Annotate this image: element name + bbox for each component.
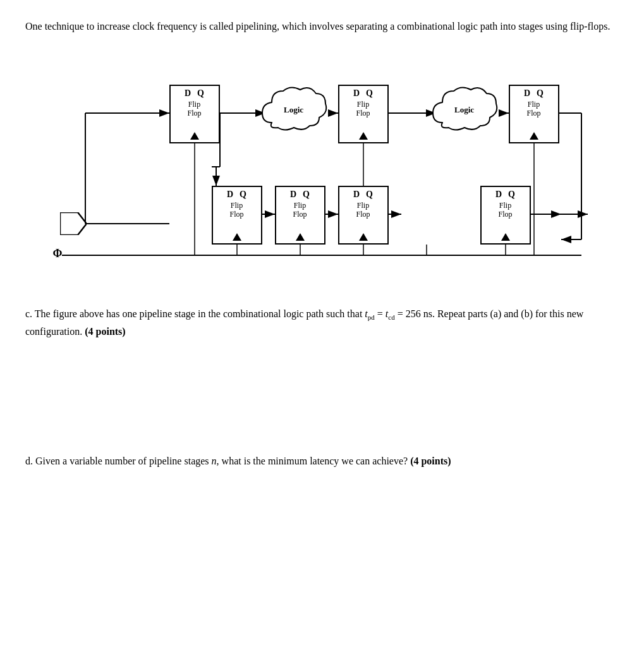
ff-dq-label: DQ (185, 88, 204, 99)
question-c-block: c. The figure above has one pipeline sta… (25, 306, 619, 339)
logic-label-2: Logic (454, 105, 474, 115)
ff-text: FlipFlop (526, 100, 540, 118)
ff-dq-label: DQ (495, 190, 515, 200)
circuit-diagram: Φ DQ FlipFlop Logic DQ FlipFlop Logic DQ… (51, 53, 594, 287)
logic-cloud-2: Logic (430, 85, 499, 135)
ff-dq-label: DQ (227, 190, 246, 200)
question-c-body: The figure above has one pipeline stage … (25, 308, 583, 337)
question-d-label: d. (25, 456, 33, 466)
ff-text: FlipFlop (229, 201, 243, 219)
logic-label-1: Logic (284, 105, 303, 115)
ff-text: FlipFlop (187, 100, 201, 118)
ff-dq-label: DQ (524, 88, 544, 99)
ff-text: FlipFlop (498, 201, 512, 219)
ff-dq-label: DQ (353, 190, 373, 200)
clock-input-triangle (296, 233, 305, 241)
ff-text: FlipFlop (356, 100, 370, 118)
question-c-text: c. The figure above has one pipeline sta… (25, 306, 619, 339)
intro-paragraph: One technique to increase clock frequenc… (25, 19, 619, 34)
clock-input-triangle (190, 132, 199, 140)
logic-cloud-1: Logic (259, 85, 329, 135)
ff-text: FlipFlop (356, 201, 370, 219)
clock-input-triangle (359, 132, 368, 140)
clock-input-triangle (530, 132, 538, 140)
svg-marker-27 (60, 212, 87, 235)
ff-top-left: DQ FlipFlop (169, 85, 220, 143)
ff-top-2: DQ FlipFlop (338, 85, 389, 143)
ff-dq-label: DQ (290, 190, 310, 200)
ff-bottom-1: DQ FlipFlop (212, 186, 262, 245)
pentagon-icon (60, 212, 87, 235)
clock-input-triangle (501, 233, 510, 241)
clock-phi-symbol: Φ (53, 247, 63, 260)
ff-bottom-4: DQ FlipFlop (480, 186, 531, 245)
clock-input-triangle (359, 233, 368, 241)
question-d-text: d. Given a variable number of pipeline s… (25, 453, 619, 469)
question-c-label: c. (25, 308, 32, 319)
ff-text: FlipFlop (293, 201, 307, 219)
output-arrow (559, 209, 591, 222)
input-pentagon (60, 212, 87, 238)
clock-input-triangle (233, 233, 241, 241)
question-d-block: d. Given a variable number of pipeline s… (25, 453, 619, 469)
ff-top-3: DQ FlipFlop (509, 85, 559, 143)
ff-bottom-2: DQ FlipFlop (275, 186, 325, 245)
ff-bottom-3: DQ FlipFlop (338, 186, 389, 245)
ff-dq-label: DQ (353, 88, 373, 99)
